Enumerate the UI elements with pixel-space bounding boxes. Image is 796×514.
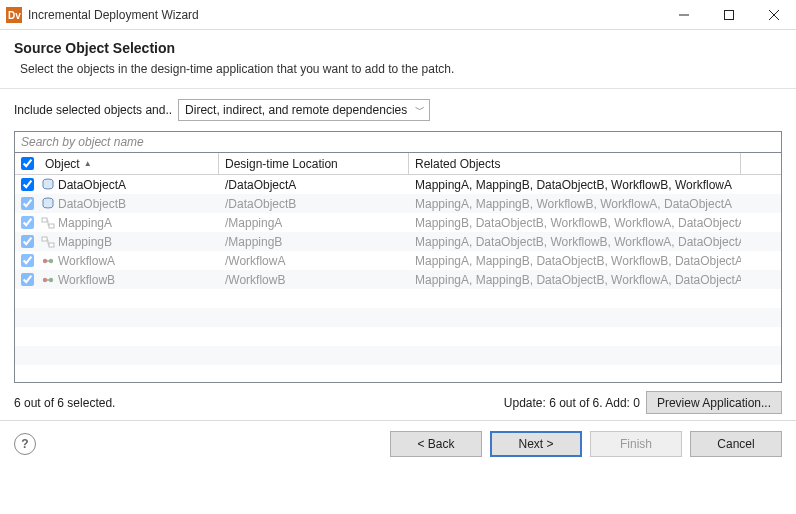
table-row[interactable]: MappingA/MappingAMappingB, DataObjectB, … <box>15 213 781 232</box>
wizard-header: Source Object Selection Select the objec… <box>0 30 796 89</box>
row-checkbox-cell <box>15 197 39 210</box>
location-cell: /WorkflowB <box>219 273 409 287</box>
related-cell: MappingA, MappingB, WorkflowB, WorkflowA… <box>409 197 741 211</box>
table-row[interactable]: MappingB/MappingBMappingA, DataObjectB, … <box>15 232 781 251</box>
row-checkbox-cell <box>15 235 39 248</box>
location-cell: /WorkflowA <box>219 254 409 268</box>
related-cell: MappingA, MappingB, DataObjectB, Workflo… <box>409 273 741 287</box>
svg-rect-10 <box>42 237 47 241</box>
close-button[interactable] <box>751 0 796 29</box>
row-checkbox <box>21 235 34 248</box>
data-icon <box>41 178 55 192</box>
dependency-select[interactable]: Direct, indirect, and remote dependencie… <box>178 99 430 121</box>
svg-point-15 <box>43 277 47 281</box>
column-header-spacer <box>741 153 781 174</box>
object-name: DataObjectA <box>58 178 126 192</box>
table-row[interactable]: WorkflowA/WorkflowAMappingA, MappingB, D… <box>15 251 781 270</box>
next-button[interactable]: Next > <box>490 431 582 457</box>
object-table: Object ▲ Design-time Location Related Ob… <box>14 153 782 383</box>
row-checkbox <box>21 254 34 267</box>
column-header-object[interactable]: Object ▲ <box>39 153 219 174</box>
svg-rect-8 <box>42 218 47 222</box>
row-checkbox-cell <box>15 216 39 229</box>
object-name: MappingB <box>58 235 112 249</box>
object-cell: DataObjectA <box>39 178 219 192</box>
svg-rect-3 <box>724 10 733 19</box>
table-header: Object ▲ Design-time Location Related Ob… <box>15 153 781 175</box>
header-checkbox-cell <box>15 153 39 174</box>
sort-asc-icon: ▲ <box>84 159 92 168</box>
workflow-icon <box>41 273 55 287</box>
object-name: WorkflowB <box>58 273 115 287</box>
update-add-count: Update: 6 out of 6. Add: 0 <box>504 396 640 410</box>
data-icon <box>41 197 55 211</box>
column-header-related[interactable]: Related Objects <box>409 153 741 174</box>
empty-row <box>15 308 781 327</box>
window-title: Incremental Deployment Wizard <box>28 8 661 22</box>
back-button[interactable]: < Back <box>390 431 482 457</box>
cancel-button[interactable]: Cancel <box>690 431 782 457</box>
help-icon[interactable]: ? <box>14 433 36 455</box>
object-cell: MappingB <box>39 235 219 249</box>
location-cell: /MappingB <box>219 235 409 249</box>
row-checkbox <box>21 216 34 229</box>
column-header-location[interactable]: Design-time Location <box>219 153 409 174</box>
location-cell: /DataObjectB <box>219 197 409 211</box>
page-title: Source Object Selection <box>14 40 782 56</box>
select-all-checkbox[interactable] <box>21 157 34 170</box>
app-icon: Dv <box>6 7 22 23</box>
related-cell: MappingA, MappingB, DataObjectB, Workflo… <box>409 254 741 268</box>
minimize-button[interactable] <box>661 0 706 29</box>
row-checkbox-cell <box>15 273 39 286</box>
window-controls <box>661 0 796 29</box>
object-name: MappingA <box>58 216 112 230</box>
svg-text:Dv: Dv <box>8 10 21 21</box>
svg-point-16 <box>49 277 53 281</box>
dependency-row: Include selected objects and.. Direct, i… <box>14 99 782 121</box>
related-cell: MappingA, DataObjectB, WorkflowB, Workfl… <box>409 235 741 249</box>
object-cell: MappingA <box>39 216 219 230</box>
object-name: DataObjectB <box>58 197 126 211</box>
empty-row <box>15 365 781 383</box>
mapping-icon <box>41 216 55 230</box>
related-cell: MappingB, DataObjectB, WorkflowB, Workfl… <box>409 216 741 230</box>
search-input[interactable]: Search by object name <box>14 131 782 153</box>
mapping-icon <box>41 235 55 249</box>
table-body: DataObjectA/DataObjectAMappingA, Mapping… <box>15 175 781 383</box>
svg-point-12 <box>43 258 47 262</box>
svg-point-13 <box>49 258 53 262</box>
table-row[interactable]: DataObjectA/DataObjectAMappingA, Mapping… <box>15 175 781 194</box>
table-row[interactable]: DataObjectB/DataObjectBMappingA, Mapping… <box>15 194 781 213</box>
svg-rect-9 <box>49 224 54 228</box>
empty-row <box>15 327 781 346</box>
location-cell: /DataObjectA <box>219 178 409 192</box>
status-bar: 6 out of 6 selected. Update: 6 out of 6.… <box>0 383 796 420</box>
empty-row <box>15 289 781 308</box>
object-cell: WorkflowA <box>39 254 219 268</box>
location-cell: /MappingA <box>219 216 409 230</box>
dependency-label: Include selected objects and.. <box>14 103 172 117</box>
selection-count: 6 out of 6 selected. <box>14 396 504 410</box>
svg-rect-11 <box>49 243 54 247</box>
related-cell: MappingA, MappingB, DataObjectB, Workflo… <box>409 178 741 192</box>
page-subtitle: Select the objects in the design-time ap… <box>14 62 782 76</box>
titlebar: Dv Incremental Deployment Wizard <box>0 0 796 30</box>
maximize-button[interactable] <box>706 0 751 29</box>
finish-button: Finish <box>590 431 682 457</box>
row-checkbox <box>21 197 34 210</box>
workflow-icon <box>41 254 55 268</box>
dependency-select-value: Direct, indirect, and remote dependencie… <box>185 103 407 117</box>
table-row[interactable]: WorkflowB/WorkflowBMappingA, MappingB, D… <box>15 270 781 289</box>
chevron-down-icon: ﹀ <box>415 103 425 117</box>
row-checkbox-cell <box>15 178 39 191</box>
object-cell: WorkflowB <box>39 273 219 287</box>
row-checkbox <box>21 273 34 286</box>
row-checkbox-cell <box>15 254 39 267</box>
object-name: WorkflowA <box>58 254 115 268</box>
empty-row <box>15 346 781 365</box>
object-cell: DataObjectB <box>39 197 219 211</box>
preview-application-button[interactable]: Preview Application... <box>646 391 782 414</box>
row-checkbox[interactable] <box>21 178 34 191</box>
search-placeholder: Search by object name <box>21 135 144 149</box>
footer: ? < Back Next > Finish Cancel <box>0 421 796 469</box>
